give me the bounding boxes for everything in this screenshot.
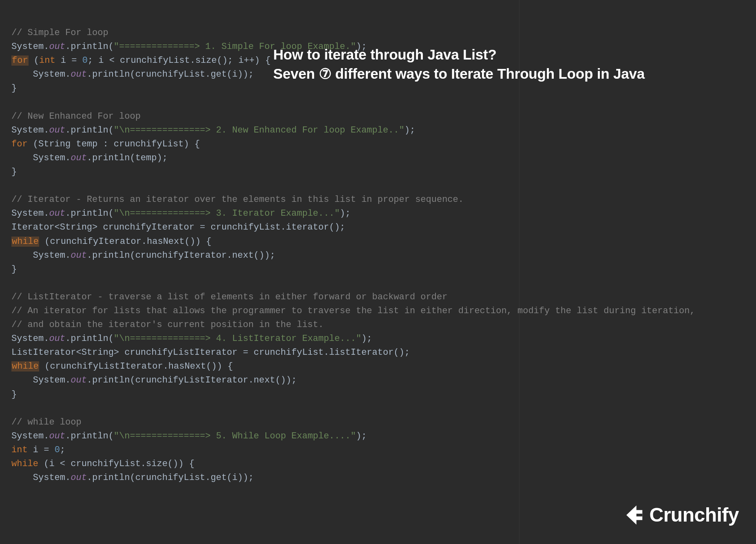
code-comment: // ListIterator - traverse a list of ele… [11, 292, 447, 302]
code-line: System.out.println("\n==============> 4.… [11, 334, 372, 344]
flag-icon [622, 504, 645, 526]
code-line: while (crunchifyIterator.hasNext()) { [11, 237, 211, 247]
code-line: } [11, 264, 17, 274]
code-line: while (i < crunchifyList.size()) { [11, 459, 195, 469]
code-comment: // Iterator - Returns an iterator over t… [11, 195, 464, 205]
svg-rect-0 [637, 513, 643, 516]
code-line: for (String temp : crunchifyList) { [11, 139, 200, 149]
brand-name: Crunchify [649, 500, 739, 530]
code-comment: // Simple For loop [11, 28, 108, 38]
title-line-2: Seven ⑦ different ways to Iterate Throug… [273, 64, 645, 83]
code-line: Iterator<String> crunchifyIterator = cru… [11, 222, 345, 232]
code-line: int i = 0; [11, 445, 65, 455]
code-comment: // New Enhanced For loop [11, 111, 141, 122]
code-line: System.out.println(temp); [11, 153, 168, 163]
code-comment: // and obtain the iterator's current pos… [11, 320, 324, 330]
code-line: System.out.println(crunchifyIterator.nex… [11, 250, 275, 261]
code-line: } [11, 167, 17, 177]
circled-number-icon: ⑦ [319, 64, 332, 83]
code-line: } [11, 389, 17, 400]
code-line: System.out.println(crunchifyList.get(i))… [11, 69, 254, 80]
code-comment: // while loop [11, 417, 82, 427]
code-line: while (crunchifyListIterator.hasNext()) … [11, 361, 233, 372]
title-line-1: How to iterate through Java List? [273, 45, 645, 64]
article-title: How to iterate through Java List? Seven … [273, 45, 645, 84]
code-line: System.out.println("\n==============> 5.… [11, 431, 367, 441]
code-line: System.out.println(crunchifyListIterator… [11, 375, 297, 385]
code-line: ListIterator<String> crunchifyListIterat… [11, 347, 410, 358]
code-line: } [11, 83, 17, 93]
code-line: for (int i = 0; i < crunchifyList.size()… [11, 55, 271, 66]
code-line: System.out.println("\n==============> 3.… [11, 208, 351, 219]
brand-logo: Crunchify [622, 500, 739, 530]
code-line: System.out.println("\n==============> 2.… [11, 125, 415, 135]
code-line: System.out.println(crunchifyList.get(i))… [11, 473, 254, 483]
code-comment: // An iterator for lists that allows the… [11, 306, 695, 316]
